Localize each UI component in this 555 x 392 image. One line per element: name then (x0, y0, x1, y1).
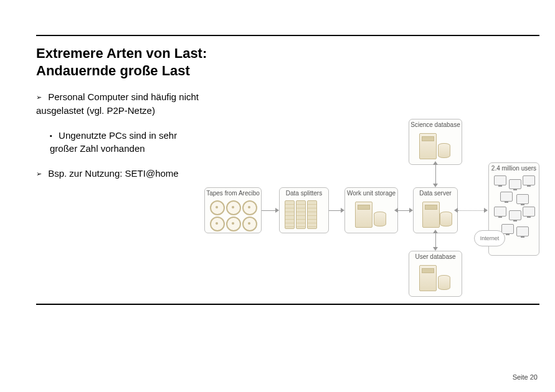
node-tapes: Tapes from Arecibo (204, 187, 262, 233)
bottom-rule (36, 304, 539, 305)
label-tapes: Tapes from Arecibo (205, 190, 261, 197)
label-users: 2.4 million users (489, 165, 539, 172)
seti-diagram: Tapes from Arecibo Data splitters Work u… (204, 119, 541, 293)
label-science: Science database (409, 121, 462, 128)
bullet-1a-text: Ungenutzte PCs sind in sehr großer Zahl … (50, 130, 177, 154)
bullet-1a: Ungenutzte PCs sind in sehr großer Zahl … (50, 129, 204, 156)
bullet-1-text: Personal Computer sind häufig nicht ausg… (36, 91, 199, 116)
page-number: Seite 20 (513, 373, 538, 381)
label-internet: Internet (480, 235, 500, 241)
title-line-2: Andauernde große Last (36, 63, 190, 78)
node-users: 2.4 million users Internet (488, 162, 539, 256)
bullet-list: Personal Computer sind häufig nicht ausg… (36, 90, 204, 180)
node-workunit: Work unit storage (344, 187, 398, 233)
top-rule (36, 35, 539, 36)
node-science: Science database (409, 119, 462, 165)
label-splitters: Data splitters (280, 190, 328, 197)
label-userdb: User database (409, 253, 462, 260)
node-userdb: User database (409, 251, 462, 297)
bullet-2-text: Bsp. zur Nutzung: SETI@home (48, 168, 178, 179)
cloud-internet: Internet (474, 230, 505, 246)
title-line-1: Extremere Arten von Last: (36, 45, 207, 61)
label-dataserver: Data server (414, 190, 457, 197)
label-workunit: Work unit storage (345, 190, 397, 197)
slide-title: Extremere Arten von Last: Andauernde gro… (36, 45, 539, 79)
node-splitters: Data splitters (279, 187, 329, 233)
bullet-1: Personal Computer sind häufig nicht ausg… (36, 90, 204, 118)
bullet-2: Bsp. zur Nutzung: SETI@home (36, 167, 204, 180)
node-dataserver: Data server (413, 187, 458, 233)
